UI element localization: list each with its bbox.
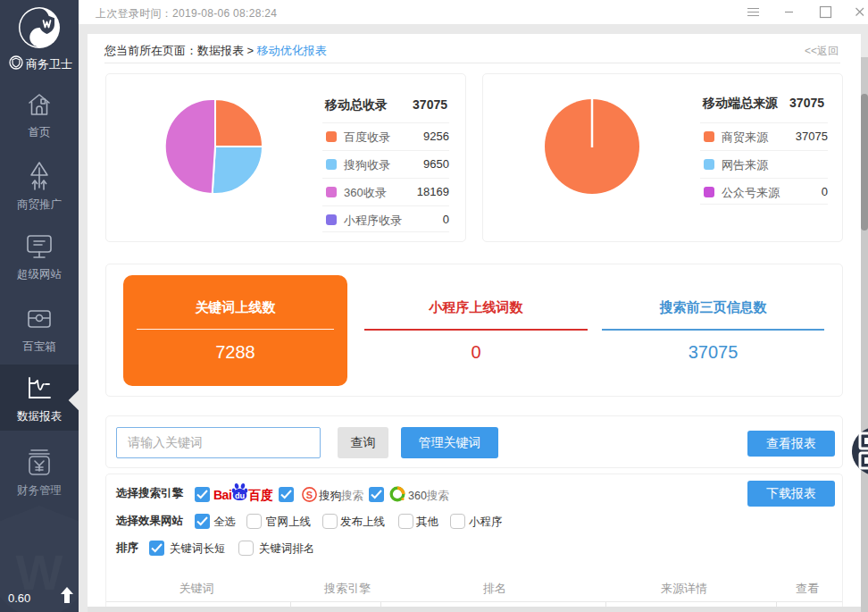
svg-text:S: S [306, 490, 313, 500]
svg-text:du: du [235, 491, 245, 500]
